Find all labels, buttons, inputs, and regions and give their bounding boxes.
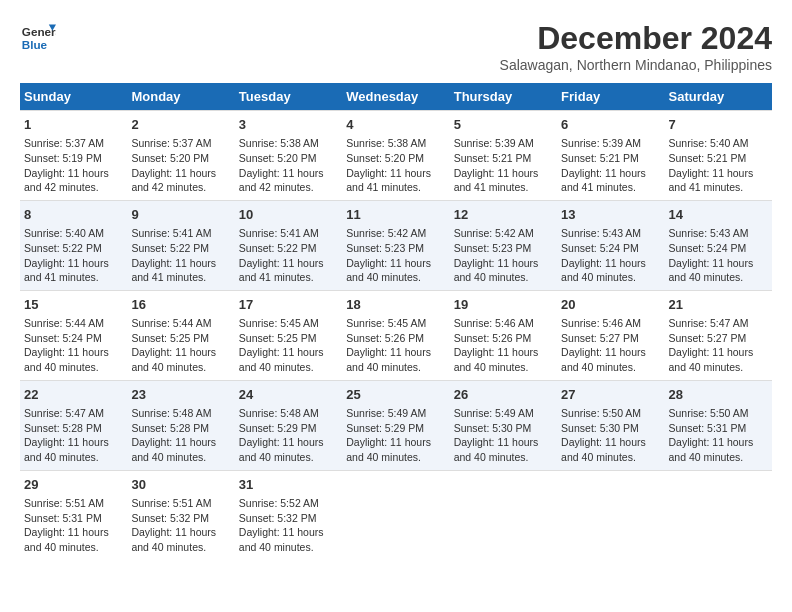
calendar-table: Sunday Monday Tuesday Wednesday Thursday…: [20, 83, 772, 560]
day-number: 24: [239, 386, 338, 404]
calendar-week-5: 29Sunrise: 5:51 AM Sunset: 5:31 PM Dayli…: [20, 470, 772, 559]
calendar-cell: 10Sunrise: 5:41 AM Sunset: 5:22 PM Dayli…: [235, 200, 342, 290]
day-number: 23: [131, 386, 230, 404]
calendar-cell: 16Sunrise: 5:44 AM Sunset: 5:25 PM Dayli…: [127, 290, 234, 380]
calendar-cell: [450, 470, 557, 559]
calendar-cell: 25Sunrise: 5:49 AM Sunset: 5:29 PM Dayli…: [342, 380, 449, 470]
day-number: 28: [669, 386, 768, 404]
day-info: Sunrise: 5:44 AM Sunset: 5:25 PM Dayligh…: [131, 316, 230, 375]
day-info: Sunrise: 5:49 AM Sunset: 5:30 PM Dayligh…: [454, 406, 553, 465]
calendar-week-1: 1Sunrise: 5:37 AM Sunset: 5:19 PM Daylig…: [20, 111, 772, 201]
calendar-cell: 9Sunrise: 5:41 AM Sunset: 5:22 PM Daylig…: [127, 200, 234, 290]
calendar-cell: 30Sunrise: 5:51 AM Sunset: 5:32 PM Dayli…: [127, 470, 234, 559]
calendar-cell: [665, 470, 772, 559]
header-thursday: Thursday: [450, 83, 557, 111]
title-section: December 2024 Salawagan, Northern Mindan…: [500, 20, 772, 73]
calendar-cell: 13Sunrise: 5:43 AM Sunset: 5:24 PM Dayli…: [557, 200, 664, 290]
calendar-week-2: 8Sunrise: 5:40 AM Sunset: 5:22 PM Daylig…: [20, 200, 772, 290]
calendar-cell: 14Sunrise: 5:43 AM Sunset: 5:24 PM Dayli…: [665, 200, 772, 290]
day-info: Sunrise: 5:45 AM Sunset: 5:25 PM Dayligh…: [239, 316, 338, 375]
header-tuesday: Tuesday: [235, 83, 342, 111]
calendar-cell: 29Sunrise: 5:51 AM Sunset: 5:31 PM Dayli…: [20, 470, 127, 559]
calendar-cell: 22Sunrise: 5:47 AM Sunset: 5:28 PM Dayli…: [20, 380, 127, 470]
calendar-cell: 11Sunrise: 5:42 AM Sunset: 5:23 PM Dayli…: [342, 200, 449, 290]
day-info: Sunrise: 5:40 AM Sunset: 5:22 PM Dayligh…: [24, 226, 123, 285]
day-number: 31: [239, 476, 338, 494]
main-title: December 2024: [500, 20, 772, 57]
header-friday: Friday: [557, 83, 664, 111]
subtitle: Salawagan, Northern Mindanao, Philippine…: [500, 57, 772, 73]
day-info: Sunrise: 5:41 AM Sunset: 5:22 PM Dayligh…: [131, 226, 230, 285]
day-number: 8: [24, 206, 123, 224]
day-number: 15: [24, 296, 123, 314]
day-info: Sunrise: 5:42 AM Sunset: 5:23 PM Dayligh…: [346, 226, 445, 285]
day-info: Sunrise: 5:50 AM Sunset: 5:31 PM Dayligh…: [669, 406, 768, 465]
day-number: 11: [346, 206, 445, 224]
day-number: 5: [454, 116, 553, 134]
day-number: 17: [239, 296, 338, 314]
page-header: General Blue General Blue December 2024 …: [20, 20, 772, 73]
day-info: Sunrise: 5:49 AM Sunset: 5:29 PM Dayligh…: [346, 406, 445, 465]
day-number: 22: [24, 386, 123, 404]
calendar-cell: 4Sunrise: 5:38 AM Sunset: 5:20 PM Daylig…: [342, 111, 449, 201]
calendar-cell: 1Sunrise: 5:37 AM Sunset: 5:19 PM Daylig…: [20, 111, 127, 201]
day-info: Sunrise: 5:38 AM Sunset: 5:20 PM Dayligh…: [346, 136, 445, 195]
day-info: Sunrise: 5:48 AM Sunset: 5:28 PM Dayligh…: [131, 406, 230, 465]
day-info: Sunrise: 5:51 AM Sunset: 5:31 PM Dayligh…: [24, 496, 123, 555]
calendar-cell: 17Sunrise: 5:45 AM Sunset: 5:25 PM Dayli…: [235, 290, 342, 380]
day-number: 2: [131, 116, 230, 134]
day-number: 14: [669, 206, 768, 224]
day-number: 16: [131, 296, 230, 314]
day-number: 25: [346, 386, 445, 404]
calendar-cell: 28Sunrise: 5:50 AM Sunset: 5:31 PM Dayli…: [665, 380, 772, 470]
day-info: Sunrise: 5:47 AM Sunset: 5:28 PM Dayligh…: [24, 406, 123, 465]
calendar-cell: 26Sunrise: 5:49 AM Sunset: 5:30 PM Dayli…: [450, 380, 557, 470]
header-monday: Monday: [127, 83, 234, 111]
day-number: 27: [561, 386, 660, 404]
calendar-cell: 5Sunrise: 5:39 AM Sunset: 5:21 PM Daylig…: [450, 111, 557, 201]
day-number: 3: [239, 116, 338, 134]
day-info: Sunrise: 5:43 AM Sunset: 5:24 PM Dayligh…: [669, 226, 768, 285]
day-info: Sunrise: 5:47 AM Sunset: 5:27 PM Dayligh…: [669, 316, 768, 375]
day-info: Sunrise: 5:48 AM Sunset: 5:29 PM Dayligh…: [239, 406, 338, 465]
day-number: 26: [454, 386, 553, 404]
calendar-cell: 7Sunrise: 5:40 AM Sunset: 5:21 PM Daylig…: [665, 111, 772, 201]
day-number: 4: [346, 116, 445, 134]
calendar-cell: 23Sunrise: 5:48 AM Sunset: 5:28 PM Dayli…: [127, 380, 234, 470]
day-info: Sunrise: 5:41 AM Sunset: 5:22 PM Dayligh…: [239, 226, 338, 285]
day-number: 30: [131, 476, 230, 494]
day-info: Sunrise: 5:46 AM Sunset: 5:27 PM Dayligh…: [561, 316, 660, 375]
day-info: Sunrise: 5:44 AM Sunset: 5:24 PM Dayligh…: [24, 316, 123, 375]
day-number: 7: [669, 116, 768, 134]
day-number: 1: [24, 116, 123, 134]
calendar-cell: 24Sunrise: 5:48 AM Sunset: 5:29 PM Dayli…: [235, 380, 342, 470]
day-info: Sunrise: 5:38 AM Sunset: 5:20 PM Dayligh…: [239, 136, 338, 195]
day-info: Sunrise: 5:43 AM Sunset: 5:24 PM Dayligh…: [561, 226, 660, 285]
day-number: 21: [669, 296, 768, 314]
day-info: Sunrise: 5:45 AM Sunset: 5:26 PM Dayligh…: [346, 316, 445, 375]
calendar-cell: 8Sunrise: 5:40 AM Sunset: 5:22 PM Daylig…: [20, 200, 127, 290]
day-info: Sunrise: 5:37 AM Sunset: 5:20 PM Dayligh…: [131, 136, 230, 195]
header-wednesday: Wednesday: [342, 83, 449, 111]
day-number: 9: [131, 206, 230, 224]
day-info: Sunrise: 5:42 AM Sunset: 5:23 PM Dayligh…: [454, 226, 553, 285]
calendar-cell: 27Sunrise: 5:50 AM Sunset: 5:30 PM Dayli…: [557, 380, 664, 470]
day-info: Sunrise: 5:39 AM Sunset: 5:21 PM Dayligh…: [561, 136, 660, 195]
day-info: Sunrise: 5:46 AM Sunset: 5:26 PM Dayligh…: [454, 316, 553, 375]
svg-text:Blue: Blue: [22, 38, 48, 51]
day-info: Sunrise: 5:37 AM Sunset: 5:19 PM Dayligh…: [24, 136, 123, 195]
calendar-week-4: 22Sunrise: 5:47 AM Sunset: 5:28 PM Dayli…: [20, 380, 772, 470]
calendar-cell: [342, 470, 449, 559]
calendar-cell: [557, 470, 664, 559]
day-number: 12: [454, 206, 553, 224]
day-number: 19: [454, 296, 553, 314]
header-row: Sunday Monday Tuesday Wednesday Thursday…: [20, 83, 772, 111]
logo-icon: General Blue: [20, 20, 56, 56]
day-info: Sunrise: 5:50 AM Sunset: 5:30 PM Dayligh…: [561, 406, 660, 465]
calendar-cell: 21Sunrise: 5:47 AM Sunset: 5:27 PM Dayli…: [665, 290, 772, 380]
calendar-cell: 20Sunrise: 5:46 AM Sunset: 5:27 PM Dayli…: [557, 290, 664, 380]
day-info: Sunrise: 5:39 AM Sunset: 5:21 PM Dayligh…: [454, 136, 553, 195]
calendar-cell: 31Sunrise: 5:52 AM Sunset: 5:32 PM Dayli…: [235, 470, 342, 559]
calendar-cell: 15Sunrise: 5:44 AM Sunset: 5:24 PM Dayli…: [20, 290, 127, 380]
day-info: Sunrise: 5:52 AM Sunset: 5:32 PM Dayligh…: [239, 496, 338, 555]
